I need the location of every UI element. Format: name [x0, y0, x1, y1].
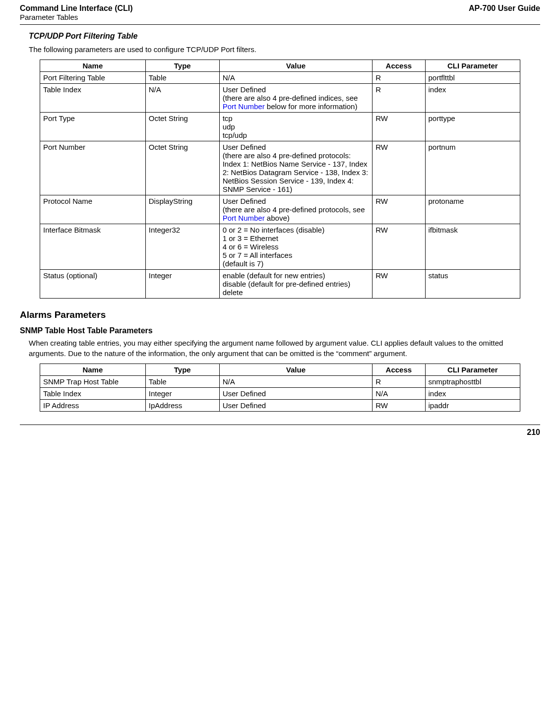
cell-type: Integer	[145, 270, 219, 299]
section-heading-tcpudp: TCP/UDP Port Filtering Table	[29, 32, 540, 41]
cell-type: Table	[145, 72, 219, 84]
cell-name: IP Address	[40, 399, 146, 411]
port-number-link[interactable]: Port Number	[223, 102, 265, 111]
section-intro-tcpudp: The following parameters are used to con…	[29, 45, 540, 55]
cell-type: N/A	[145, 84, 219, 113]
cell-name: Port Number	[40, 141, 146, 195]
cell-value: User Defined (there are also 4 pre-defin…	[219, 141, 372, 195]
cell-access: N/A	[373, 387, 425, 399]
cell-cli: ifbitmask	[425, 224, 520, 270]
cell-type: IpAddress	[145, 399, 219, 411]
table-header-row: Name Type Value Access CLI Parameter	[40, 364, 520, 375]
cell-name: Interface Bitmask	[40, 224, 146, 270]
table-row: Interface Bitmask Integer32 0 or 2 = No …	[40, 224, 520, 270]
cell-cli: ipaddr	[425, 399, 520, 411]
col-header-type: Type	[145, 364, 219, 375]
table-header-row: Name Type Value Access CLI Parameter	[40, 60, 520, 72]
cell-name: Table Index	[40, 84, 146, 113]
cell-value-post: below for more information)	[265, 102, 358, 111]
page-footer: 210	[20, 425, 540, 437]
cell-name: Table Index	[40, 387, 146, 399]
cell-value: tcp udp tcp/udp	[219, 113, 372, 141]
cell-cli: protoname	[425, 195, 520, 224]
cell-access: RW	[373, 224, 425, 270]
cell-type: Octet String	[145, 141, 219, 195]
cell-access: RW	[373, 113, 425, 141]
cell-value: User Defined	[219, 387, 372, 399]
cell-value-pre: User Defined (there are also 4 pre-defin…	[223, 197, 365, 214]
cell-value: 0 or 2 = No interfaces (disable) 1 or 3 …	[219, 224, 372, 270]
cell-value: N/A	[219, 72, 372, 84]
cell-access: RW	[373, 195, 425, 224]
table-row: SNMP Trap Host Table Table N/A R snmptra…	[40, 375, 520, 387]
table-row: Port Number Octet String User Defined (t…	[40, 141, 520, 195]
col-header-cli: CLI Parameter	[425, 60, 520, 72]
cell-cli: portnum	[425, 141, 520, 195]
page-header: Command Line Interface (CLI) Parameter T…	[20, 0, 540, 25]
cell-value: User Defined	[219, 399, 372, 411]
port-number-link[interactable]: Port Number	[223, 214, 265, 222]
cell-value: User Defined (there are also 4 pre-defin…	[219, 195, 372, 224]
page-number: 210	[527, 428, 540, 436]
cell-name: Status (optional)	[40, 270, 146, 299]
cell-value-post: above)	[265, 214, 290, 222]
col-header-name: Name	[40, 364, 146, 375]
header-guide-name: AP-700 User Guide	[469, 4, 540, 13]
cell-access: RW	[373, 141, 425, 195]
col-header-cli: CLI Parameter	[425, 364, 520, 375]
cell-name: Port Type	[40, 113, 146, 141]
cell-type: Table	[145, 375, 219, 387]
snmp-host-intro: When creating table entries, you may eit…	[29, 338, 540, 359]
col-header-name: Name	[40, 60, 146, 72]
cell-value: N/A	[219, 375, 372, 387]
table-row: Port Filtering Table Table N/A R portflt…	[40, 72, 520, 84]
cell-cli: index	[425, 387, 520, 399]
col-header-value: Value	[219, 364, 372, 375]
table-row: Status (optional) Integer enable (defaul…	[40, 270, 520, 299]
col-header-access: Access	[373, 364, 425, 375]
cell-cli: snmptraphosttbl	[425, 375, 520, 387]
cell-type: DisplayString	[145, 195, 219, 224]
page: Command Line Interface (CLI) Parameter T…	[0, 0, 560, 452]
cell-name: Protocol Name	[40, 195, 146, 224]
cell-access: RW	[373, 399, 425, 411]
cell-type: Integer	[145, 387, 219, 399]
cell-value: enable (default for new entries) disable…	[219, 270, 372, 299]
cell-access: RW	[373, 270, 425, 299]
cell-cli: index	[425, 84, 520, 113]
alarms-parameters-heading: Alarms Parameters	[20, 309, 540, 320]
header-subtitle: Parameter Tables	[20, 13, 133, 21]
cell-name: Port Filtering Table	[40, 72, 146, 84]
cell-value: User Defined (there are also 4 pre-defin…	[219, 84, 372, 113]
col-header-type: Type	[145, 60, 219, 72]
cell-cli: portflttbl	[425, 72, 520, 84]
tcpudp-filter-table: Name Type Value Access CLI Parameter Por…	[40, 60, 520, 299]
cell-type: Integer32	[145, 224, 219, 270]
cell-access: R	[373, 72, 425, 84]
table-row: Protocol Name DisplayString User Defined…	[40, 195, 520, 224]
col-header-value: Value	[219, 60, 372, 72]
table-row: Table Index Integer User Defined N/A ind…	[40, 387, 520, 399]
snmp-host-table-heading: SNMP Table Host Table Parameters	[20, 326, 540, 335]
header-title: Command Line Interface (CLI)	[20, 4, 133, 13]
snmp-trap-host-table: Name Type Value Access CLI Parameter SNM…	[40, 364, 520, 412]
cell-access: R	[373, 84, 425, 113]
table-row: IP Address IpAddress User Defined RW ipa…	[40, 399, 520, 411]
cell-value-pre: User Defined (there are also 4 pre-defin…	[223, 85, 358, 102]
cell-cli: porttype	[425, 113, 520, 141]
cell-cli: status	[425, 270, 520, 299]
header-left: Command Line Interface (CLI) Parameter T…	[20, 4, 133, 21]
cell-type: Octet String	[145, 113, 219, 141]
table-row: Port Type Octet String tcp udp tcp/udp R…	[40, 113, 520, 141]
cell-name: SNMP Trap Host Table	[40, 375, 146, 387]
cell-access: R	[373, 375, 425, 387]
table-row: Table Index N/A User Defined (there are …	[40, 84, 520, 113]
col-header-access: Access	[373, 60, 425, 72]
